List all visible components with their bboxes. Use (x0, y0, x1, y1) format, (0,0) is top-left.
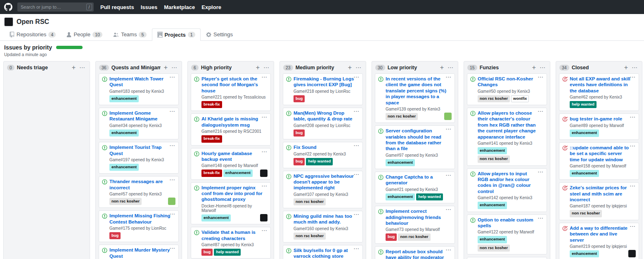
issue-title[interactable]: NPC aggressive behaviour doesn't appear … (294, 173, 355, 191)
column-menu-button[interactable]: ··· (263, 66, 270, 70)
add-card-button[interactable]: + (347, 64, 353, 71)
issue-card[interactable]: ···Implement Missing Fishing Contest Beh… (99, 210, 179, 242)
add-card-button[interactable]: + (439, 64, 445, 71)
tab-settings[interactable]: Settings (201, 28, 238, 40)
card-menu-button[interactable]: ··· (170, 177, 175, 182)
issue-card[interactable]: ···Allow players to input RGB and/or hex… (467, 168, 547, 212)
issue-title[interactable]: Allow players to choose their character'… (478, 110, 539, 140)
issue-card[interactable]: ···Hourly game database backup eventGame… (191, 148, 271, 180)
card-menu-button[interactable]: ··· (446, 173, 452, 178)
issue-card[interactable]: ···Silk buy/sells for 0 gp at varrock cl… (283, 245, 363, 259)
card-menu-button[interactable]: ··· (630, 184, 636, 188)
issue-title[interactable]: Report abuse box should have ability for… (386, 249, 447, 259)
issue-title[interactable]: Not all EXP award and skill events have … (570, 76, 631, 94)
issue-card[interactable]: ···Allow players to choose their charact… (467, 108, 547, 166)
issue-title[interactable]: Change Captcha to a generator (386, 174, 447, 186)
add-card-button[interactable]: + (623, 64, 629, 71)
tab-projects[interactable]: Projects1 (152, 28, 201, 41)
issue-title[interactable]: Silk buy/sells for 0 gp at varrock cloth… (294, 247, 355, 259)
issue-card[interactable]: ···Thrander messages are incorrectGame#5… (99, 176, 179, 208)
card-menu-button[interactable]: ··· (262, 115, 268, 120)
issue-title[interactable]: Mining guild mine has too much mith and … (294, 213, 355, 225)
nav-item-pull-requests[interactable]: Pull requests (100, 4, 134, 10)
github-logo-icon[interactable] (4, 3, 12, 11)
issue-card[interactable]: ···Fix SoundGame#22 opened by Kenix3bugh… (283, 142, 363, 168)
issue-card[interactable]: ···Implement Watch Tower QuestGame#183 o… (99, 73, 179, 105)
card-menu-button[interactable]: ··· (354, 109, 360, 114)
column-menu-button[interactable]: ··· (631, 66, 639, 70)
card-menu-button[interactable]: ··· (354, 75, 360, 80)
card-menu-button[interactable]: ··· (354, 143, 360, 148)
card-menu-button[interactable]: ··· (170, 246, 175, 251)
issue-card[interactable]: ···Validate that a human is creating cha… (191, 227, 271, 259)
card-menu-button[interactable]: ··· (354, 172, 360, 177)
tab-people[interactable]: People10 (61, 28, 108, 40)
add-card-button[interactable]: + (531, 64, 537, 71)
issue-title[interactable]: Option to enable custom spells (478, 217, 539, 229)
card-menu-button[interactable]: ··· (538, 170, 544, 174)
column-menu-button[interactable]: ··· (79, 66, 86, 70)
card-menu-button[interactable]: ··· (446, 247, 452, 252)
issue-card[interactable]: ···Implement Murder Mystery QuestGame#18… (99, 245, 179, 259)
issue-title[interactable]: Implement Tourist Trap Quest (109, 144, 170, 156)
tab-teams[interactable]: Teams5 (108, 28, 152, 40)
issue-title[interactable]: Implement Watch Tower Quest (109, 76, 170, 88)
card-menu-button[interactable]: ··· (538, 75, 544, 80)
issue-title[interactable]: Zeke's scimitar prices for steel and mit… (570, 185, 631, 202)
issue-title[interactable]: Implement Murder Mystery Quest (109, 247, 170, 259)
org-avatar[interactable] (4, 17, 13, 26)
issue-card[interactable]: ···Add a way to differentiate between de… (559, 223, 639, 259)
issue-card[interactable]: ···Implement proper nginx conf from dev … (191, 182, 271, 224)
add-card-button[interactable]: + (163, 64, 168, 71)
project-title[interactable]: Issues by priority (4, 44, 52, 51)
card-menu-button[interactable]: ··· (354, 212, 360, 217)
issue-card[interactable]: ···Zeke's scimitar prices for steel and … (559, 182, 639, 220)
issue-card[interactable]: ···Official RSC non-Kosher ChangesGame#5… (467, 73, 547, 105)
issue-title[interactable]: Server configuration variables should be… (386, 128, 447, 152)
issue-title[interactable]: Implement proper nginx conf from dev int… (201, 185, 263, 202)
column-menu-button[interactable]: ··· (539, 66, 547, 70)
card-menu-button[interactable]: ··· (538, 216, 544, 221)
card-menu-button[interactable]: ··· (170, 212, 175, 217)
issue-card[interactable]: ···Not all EXP award and skill events ha… (559, 73, 639, 111)
issue-title[interactable]: In recent versions of the client the gam… (386, 76, 447, 106)
card-menu-button[interactable]: ··· (446, 207, 452, 212)
issue-title[interactable]: Implement correct adding/removing friend… (386, 208, 447, 226)
issue-card[interactable]: ···Al Kharid gate is missing dialogue/sy… (191, 113, 271, 145)
card-menu-button[interactable]: ··· (630, 75, 636, 80)
card-menu-button[interactable]: ··· (630, 115, 636, 120)
issue-card[interactable]: ···NPC aggressive behaviour doesn't appe… (283, 171, 363, 208)
issue-title[interactable]: Official RSC non-Kosher Changes (478, 76, 539, 88)
issue-title[interactable]: Firemaking - Burning Logs gives incorrec… (294, 76, 355, 88)
issue-card[interactable]: ···Option to enable custom spellsGame#12… (467, 214, 547, 254)
card-menu-button[interactable]: ··· (262, 149, 268, 154)
issue-card[interactable]: ···Implement correct adding/removing fri… (375, 206, 455, 243)
add-card-button[interactable]: + (71, 64, 76, 71)
issue-title[interactable]: ::update command able to be set a specif… (570, 145, 631, 162)
card-menu-button[interactable]: ··· (630, 144, 636, 148)
nav-item-marketplace[interactable]: Marketplace (164, 4, 195, 10)
issue-title[interactable]: Player's get stuck on the second floor o… (201, 76, 263, 94)
card-menu-button[interactable]: ··· (262, 75, 268, 80)
issue-card[interactable]: ···In recent versions of the client the … (375, 73, 455, 123)
issue-card[interactable]: ···Change Captcha to a generatorGame#21 … (375, 172, 455, 203)
card-menu-button[interactable]: ··· (446, 127, 452, 132)
card-menu-button[interactable]: ··· (446, 75, 452, 80)
issue-title[interactable]: Man(Men) Wrong Drop table, quantity & dr… (294, 110, 355, 122)
issue-card[interactable]: ···::update command able to be set a spe… (559, 142, 639, 180)
issue-title[interactable]: Validate that a human is creating charac… (201, 229, 263, 241)
issue-title[interactable]: Al Kharid gate is missing dialogue/syste… (201, 116, 263, 128)
card-menu-button[interactable]: ··· (262, 184, 268, 188)
issue-card[interactable]: ···Man(Men) Wrong Drop table, quantity &… (283, 108, 363, 139)
issue-card[interactable]: ···Server configuration variables should… (375, 125, 455, 169)
issue-card[interactable]: ···Implement Tourist Trap QuestGame#197 … (99, 142, 179, 174)
issue-card[interactable]: ···Player's get stuck on the second floo… (191, 73, 271, 111)
issue-card[interactable]: ···bug tester in-game roleGame#89 opened… (559, 113, 639, 139)
issue-card[interactable]: ···Firemaking - Burning Logs gives incor… (283, 73, 363, 105)
search-input[interactable] (17, 5, 94, 9)
issue-card[interactable]: ···Report abuse box should have ability … (375, 246, 455, 259)
card-menu-button[interactable]: ··· (170, 109, 175, 114)
card-menu-button[interactable]: ··· (354, 246, 360, 251)
nav-item-explore[interactable]: Explore (201, 4, 221, 10)
nav-item-issues[interactable]: Issues (141, 4, 157, 10)
